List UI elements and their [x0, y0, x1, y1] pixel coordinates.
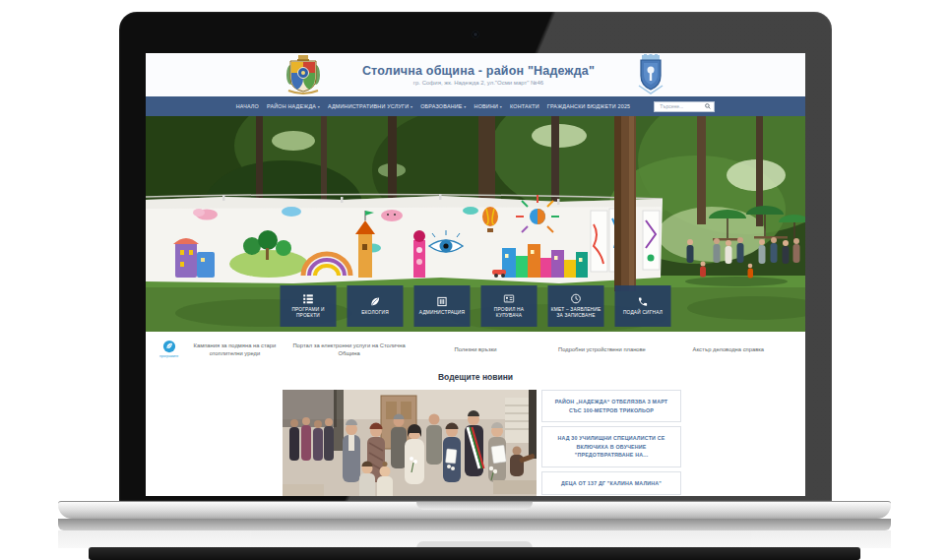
campaign-logo-icon: [162, 340, 176, 353]
nav-item-admin-services[interactable]: АДМИНИСТРАТИВНИ УСЛУГИ ▾: [328, 103, 412, 109]
mayor-appointment-button[interactable]: КМЕТ – ЗАЯВЛЕНИЕ ЗА ЗАПИСВАНЕ: [548, 285, 604, 327]
phone-icon: [638, 296, 649, 307]
news-item[interactable]: НАД 30 УЧИЛИЩНИ СПЕЦИАЛИСТИ СЕ ВКЛЮЧИХА …: [541, 426, 681, 467]
leaf-icon: [370, 296, 381, 307]
laptop-base-shadow: [58, 519, 891, 530]
quick-links-row: програмите Кампания за подмяна на стари …: [146, 332, 805, 365]
news-photo-illustration: [283, 390, 537, 496]
news-section: РАЙОН „НАДЕЖДА“ ОТБЕЛЯЗВА 3 МАРТ СЪС 100…: [283, 390, 681, 496]
id-card-icon: [504, 293, 515, 304]
quick-link-axter-registry[interactable]: Акстър деловодна справка: [665, 345, 791, 354]
site-title: Столична община - район "Надежда": [362, 64, 595, 78]
sofia-coat-of-arms-icon: [285, 55, 321, 94]
campaign-logo: програмите: [159, 340, 178, 359]
nav-item-district[interactable]: РАЙОН НАДЕЖДА ▾: [267, 103, 320, 109]
news-item[interactable]: ДЕЦА ОТ 137 ДГ "КАЛИНА МАЛИНА": [541, 471, 681, 495]
ecology-button[interactable]: ЕКОЛОГИЯ: [348, 285, 404, 327]
administration-button[interactable]: АДМИНИСТРАЦИЯ: [414, 285, 471, 327]
building-icon: [437, 296, 448, 307]
search-input[interactable]: [658, 102, 705, 110]
laptop-base: [58, 501, 891, 519]
laptop-base-reflection: [58, 530, 891, 548]
nav-item-contacts[interactable]: КОНТАКТИ: [510, 103, 539, 109]
hero-banner: ПРОГРАМИ И ПРОЕКТИ ЕКОЛОГИЯ: [146, 116, 805, 332]
submit-signal-button[interactable]: ПОДАЙ СИГНАЛ: [615, 285, 671, 327]
search-box[interactable]: [654, 101, 715, 112]
news-heading: Водещите новини: [146, 372, 805, 382]
browser-viewport: Столична община - район "Надежда" гр. Со…: [146, 53, 805, 496]
webcam: [473, 31, 478, 37]
laptop-base-notch: [416, 502, 533, 510]
quick-link-heating-campaign[interactable]: програмите Кампания за подмяна на стари …: [159, 340, 285, 359]
laptop-floor-shadow: [89, 547, 860, 560]
search-icon[interactable]: [705, 103, 711, 109]
quick-link-useful-links[interactable]: Полезни връзки: [412, 345, 538, 354]
nav-item-news[interactable]: НОВИНИ ▾: [474, 103, 502, 109]
clock-icon: [571, 293, 582, 304]
site-subtitle: гр. София, жк. Надежда 2, ул."Осми март"…: [362, 80, 595, 86]
hero-quick-buttons: ПРОГРАМИ И ПРОЕКТИ ЕКОЛОГИЯ: [281, 285, 671, 327]
news-item[interactable]: РАЙОН „НАДЕЖДА“ ОТБЕЛЯЗВА 3 МАРТ СЪС 100…: [541, 390, 681, 422]
quick-link-development-plans[interactable]: Подробни устройствени планове: [538, 345, 664, 354]
main-navbar: НАЧАЛО РАЙОН НАДЕЖДА ▾ АДМИНИСТРАТИВНИ У…: [146, 96, 805, 116]
news-list: РАЙОН „НАДЕЖДА“ ОТБЕЛЯЗВА 3 МАРТ СЪС 100…: [541, 390, 681, 495]
news-featured-photo[interactable]: [283, 390, 537, 496]
laptop-frame: Столична община - район "Надежда" гр. Со…: [119, 12, 832, 501]
nav-item-civil-budgets[interactable]: ГРАЖДАНСКИ БЮДЖЕТИ 2025: [547, 103, 631, 109]
nadezhda-district-emblem-icon: [636, 54, 665, 95]
nav-item-home[interactable]: НАЧАЛО: [236, 103, 259, 109]
nav-item-education[interactable]: ОБРАЗОВАНИЕ ▾: [420, 103, 466, 109]
list-icon: [303, 293, 314, 304]
site-header: Столична община - район "Надежда" гр. Со…: [146, 53, 805, 96]
programs-projects-button[interactable]: ПРОГРАМИ И ПРОЕКТИ: [281, 285, 337, 327]
quick-link-eservices-portal[interactable]: Портал за електронни услуги на Столична …: [285, 342, 411, 358]
buyer-profile-button[interactable]: ПРОФИЛ НА КУПУВАЧА: [481, 285, 538, 327]
